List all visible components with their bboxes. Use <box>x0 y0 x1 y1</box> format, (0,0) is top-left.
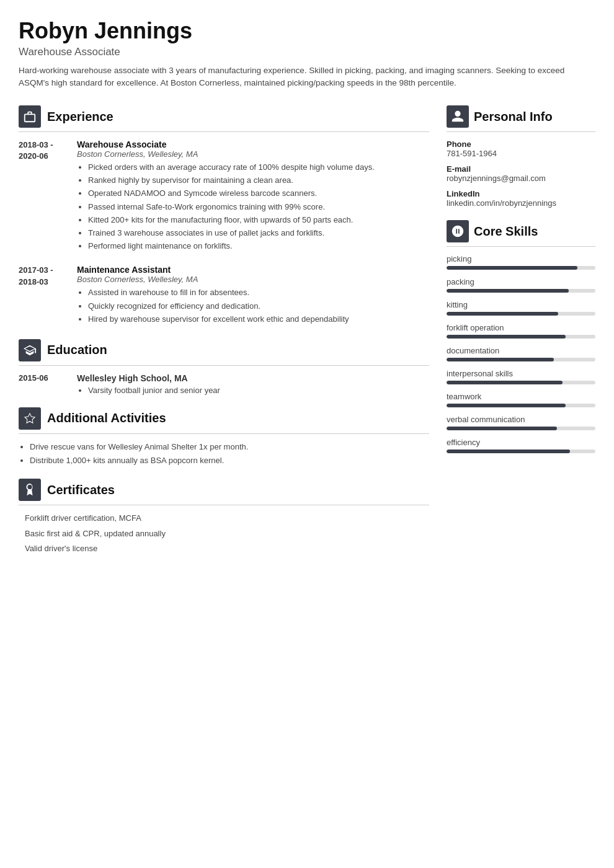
bullet: Assisted in warehouse to fill in for abs… <box>88 287 429 298</box>
job-title: Warehouse Associate <box>19 46 595 58</box>
skill-bar-bg <box>447 266 595 270</box>
briefcase-icon <box>23 110 37 123</box>
info-value: robynzjennings@gmail.com <box>447 174 595 183</box>
personal-info-title: Personal Info <box>474 110 553 124</box>
info-block: LinkedIn linkedin.com/in/robynzjennings <box>447 189 595 208</box>
skill-bar-fill <box>447 358 554 361</box>
experience-items: 2018-03 -2020-06 Warehouse Associate Bos… <box>19 140 429 327</box>
education-item: 2015-06 Wellesley High School, MA Varsit… <box>19 373 429 395</box>
main-content: Experience 2018-03 -2020-06 Warehouse As… <box>19 105 595 567</box>
skill-item: packing <box>447 277 595 293</box>
skill-name: verbal communication <box>447 415 595 424</box>
exp-bullets: Assisted in warehouse to fill in for abs… <box>77 287 429 325</box>
skill-bar-fill <box>447 427 557 430</box>
certificates-divider <box>19 505 429 505</box>
bullet: Passed internal Safe-to-Work ergonomics … <box>88 202 429 213</box>
exp-details: Maintenance Assistant Boston Cornerless,… <box>77 265 429 327</box>
skill-item: efficiency <box>447 438 595 453</box>
bullet: Trained 3 warehouse associates in use of… <box>88 228 429 239</box>
skill-name: forklift operation <box>447 323 595 332</box>
skill-name: documentation <box>447 346 595 355</box>
edu-bullets: Varsity football junior and senior year <box>77 386 220 395</box>
summary-text: Hard-working warehouse associate with 3 … <box>19 64 595 90</box>
skill-bar-fill <box>447 404 566 407</box>
cert-list: Forklift driver certification, MCFABasic… <box>25 513 429 554</box>
skill-bar-fill <box>447 289 569 293</box>
personal-info-divider <box>447 131 595 132</box>
bullet: Quickly recognized for efficiency and de… <box>88 301 429 312</box>
exp-company: Boston Cornerless, Wellesley, MA <box>77 275 429 284</box>
edu-details: Wellesley High School, MA Varsity footba… <box>77 373 220 395</box>
candidate-name: Robyn Jennings <box>19 19 595 43</box>
personal-info-fields: Phone 781-591-1964 E-mail robynzjennings… <box>447 140 595 208</box>
certificates-title: Certificates <box>47 483 115 497</box>
experience-item: 2017-03 -2018-03 Maintenance Assistant B… <box>19 265 429 327</box>
skill-item: verbal communication <box>447 415 595 430</box>
activity-item: Distribute 1,000+ kits annually as BSA p… <box>30 455 429 466</box>
skill-bar-bg <box>447 381 595 384</box>
bullet: Picked orders with an average accuracy r… <box>88 162 429 173</box>
right-column: Personal Info Phone 781-591-1964 E-mail … <box>447 105 595 567</box>
skill-item: teamwork <box>447 392 595 407</box>
core-skills-header: Core Skills <box>447 220 595 242</box>
skill-name: packing <box>447 277 595 286</box>
certificates-section: Certificates Forklift driver certificati… <box>19 479 429 554</box>
skill-bar-fill <box>447 450 570 453</box>
info-label: E-mail <box>447 164 595 174</box>
activities-divider <box>19 433 429 434</box>
resume-container: Robyn Jennings Warehouse Associate Hard-… <box>0 0 614 585</box>
education-divider <box>19 365 429 366</box>
skill-bar-fill <box>447 312 558 316</box>
skill-name: interpersonal skills <box>447 369 595 378</box>
activities-list: Drive rescue vans for Wellesley Animal S… <box>19 441 429 466</box>
skill-bar-fill <box>447 381 563 384</box>
skill-bar-bg <box>447 289 595 293</box>
activities-title: Additional Activities <box>47 411 166 425</box>
skill-name: picking <box>447 254 595 264</box>
education-section: Education 2015-06 Wellesley High School,… <box>19 339 429 395</box>
activity-item: Drive rescue vans for Wellesley Animal S… <box>30 441 429 453</box>
skill-bar-bg <box>447 427 595 430</box>
skill-item: documentation <box>447 346 595 361</box>
education-icon <box>19 339 41 361</box>
activities-icon <box>19 407 41 430</box>
experience-item: 2018-03 -2020-06 Warehouse Associate Bos… <box>19 140 429 254</box>
activities-header: Additional Activities <box>19 407 429 430</box>
personal-info-header: Personal Info <box>447 105 595 128</box>
experience-divider <box>19 131 429 132</box>
bullet: Kitted 200+ kits for the manufacturing f… <box>88 215 429 226</box>
resume-header: Robyn Jennings Warehouse Associate Hard-… <box>19 19 595 89</box>
info-value: linkedin.com/in/robynzjennings <box>447 198 595 208</box>
experience-icon <box>19 105 41 128</box>
certificates-icon <box>19 479 41 501</box>
skill-bar-fill <box>447 335 566 339</box>
education-header: Education <box>19 339 429 361</box>
skill-bar-fill <box>447 266 577 270</box>
skill-item: kitting <box>447 300 595 316</box>
skill-item: picking <box>447 254 595 270</box>
skill-name: teamwork <box>447 392 595 401</box>
bullet: Varsity football junior and senior year <box>88 386 220 395</box>
experience-section: Experience 2018-03 -2020-06 Warehouse As… <box>19 105 429 327</box>
edu-date: 2015-06 <box>19 373 67 395</box>
cert-item: Basic first aid & CPR, updated annually <box>25 528 429 539</box>
skill-item: forklift operation <box>447 323 595 339</box>
exp-date: 2017-03 -2018-03 <box>19 265 67 327</box>
skill-bar-bg <box>447 335 595 339</box>
education-items: 2015-06 Wellesley High School, MA Varsit… <box>19 373 429 395</box>
certificates-header: Certificates <box>19 479 429 501</box>
skills-list: picking packing kitting forklift operati… <box>447 254 595 453</box>
skill-bar-bg <box>447 404 595 407</box>
skill-bar-bg <box>447 312 595 316</box>
personal-info-section: Personal Info Phone 781-591-1964 E-mail … <box>447 105 595 208</box>
experience-title: Experience <box>47 110 113 124</box>
cert-item: Valid driver's license <box>25 543 429 554</box>
person-icon <box>451 110 465 123</box>
info-value: 781-591-1964 <box>447 149 595 158</box>
experience-header: Experience <box>19 105 429 128</box>
core-skills-icon <box>447 220 469 242</box>
cert-item: Forklift driver certification, MCFA <box>25 513 429 524</box>
core-skills-section: Core Skills picking packing kitting fork… <box>447 220 595 453</box>
core-skills-divider <box>447 246 595 247</box>
left-column: Experience 2018-03 -2020-06 Warehouse As… <box>19 105 429 567</box>
